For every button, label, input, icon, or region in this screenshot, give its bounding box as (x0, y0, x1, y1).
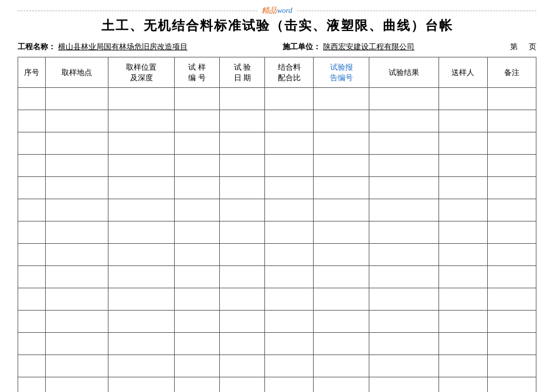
table-cell (369, 266, 439, 288)
table-cell (174, 355, 219, 377)
table-cell (46, 288, 108, 311)
table-body (18, 88, 536, 393)
table-cell (314, 199, 369, 221)
table-cell (18, 266, 46, 288)
table-cell (220, 244, 265, 266)
th-test-result: 试验结果 (369, 57, 439, 88)
th-sample-loc: 取样地点 (46, 57, 108, 88)
table-cell (46, 110, 108, 132)
table-cell (46, 221, 108, 244)
table-cell (174, 110, 219, 132)
table-cell (46, 244, 108, 266)
table-cell (439, 377, 487, 393)
table-cell (46, 88, 108, 110)
table-cell (220, 288, 265, 311)
table-cell (314, 333, 369, 355)
page-title: 土工、无机结合料标准试验（击实、液塑限、曲线）台帐 (18, 17, 536, 35)
table-cell (46, 199, 108, 221)
table-cell (369, 88, 439, 110)
table-cell (439, 288, 487, 311)
table-cell (487, 155, 536, 177)
table-cell (108, 244, 175, 266)
table-cell (108, 377, 175, 393)
table-row (18, 221, 536, 244)
table-cell (314, 221, 369, 244)
table-cell (314, 110, 369, 132)
table-cell (18, 88, 46, 110)
table-cell (369, 132, 439, 155)
table-cell (314, 244, 369, 266)
table-cell (369, 199, 439, 221)
table-cell (220, 377, 265, 393)
table-cell (265, 333, 314, 355)
table-row (18, 311, 536, 333)
table-cell (46, 377, 108, 393)
table-cell (369, 288, 439, 311)
table-cell (369, 244, 439, 266)
table-cell (487, 311, 536, 333)
construction-value: 陕西宏安建设工程有限公司 (323, 42, 414, 52)
table-cell (487, 177, 536, 199)
th-report-num: 试验报告编号 (314, 57, 369, 88)
table-cell (174, 333, 219, 355)
table-cell (46, 132, 108, 155)
table-cell (487, 355, 536, 377)
table-cell (369, 177, 439, 199)
table-cell (18, 221, 46, 244)
table-cell (439, 177, 487, 199)
table-header-row: 序号 取样地点 取样位置及深度 试 样编 号 试 验日 期 结合料配合比 试验报… (18, 57, 536, 88)
th-position: 取样位置及深度 (108, 57, 175, 88)
table-cell (439, 199, 487, 221)
construction-label: 施工单位： (283, 42, 321, 52)
table-cell (369, 155, 439, 177)
table-cell (108, 132, 175, 155)
table-cell (439, 132, 487, 155)
table-cell (174, 377, 219, 393)
table-cell (108, 155, 175, 177)
table-cell (314, 355, 369, 377)
table-cell (220, 311, 265, 333)
table-cell (314, 155, 369, 177)
table-cell (174, 155, 219, 177)
table-cell (439, 311, 487, 333)
dashed-line: 精品word (18, 11, 536, 11)
table-cell (265, 266, 314, 288)
table-cell (18, 110, 46, 132)
project-value: 横山县林业局国有林场危旧房改造项目 (58, 42, 188, 52)
table-cell (439, 88, 487, 110)
table-cell (265, 110, 314, 132)
table-cell (18, 177, 46, 199)
table-cell (108, 177, 175, 199)
table-cell (439, 266, 487, 288)
project-info: 工程名称： 横山县林业局国有林场危旧房改造项目 施工单位： 陕西宏安建设工程有限… (18, 42, 536, 52)
table-cell (265, 288, 314, 311)
table-cell (487, 221, 536, 244)
table-cell (369, 355, 439, 377)
table-cell (439, 110, 487, 132)
table-cell (369, 333, 439, 355)
table-cell (18, 199, 46, 221)
table-cell (439, 221, 487, 244)
main-table: 序号 取样地点 取样位置及深度 试 样编 号 试 验日 期 结合料配合比 试验报… (18, 57, 536, 392)
table-cell (174, 311, 219, 333)
table-row (18, 177, 536, 199)
table-cell (46, 155, 108, 177)
table-cell (18, 377, 46, 393)
table-cell (18, 355, 46, 377)
table-cell (18, 288, 46, 311)
table-cell (220, 355, 265, 377)
table-cell (439, 155, 487, 177)
table-cell (265, 199, 314, 221)
table-cell (18, 333, 46, 355)
table-cell (265, 244, 314, 266)
table-row (18, 88, 536, 110)
table-cell (220, 132, 265, 155)
table-cell (314, 311, 369, 333)
table-cell (174, 288, 219, 311)
table-cell (487, 288, 536, 311)
table-row (18, 110, 536, 132)
table-cell (46, 311, 108, 333)
th-seq: 序号 (18, 57, 46, 88)
brand-text-jingpin: 精品 (261, 6, 277, 15)
table-cell (18, 155, 46, 177)
